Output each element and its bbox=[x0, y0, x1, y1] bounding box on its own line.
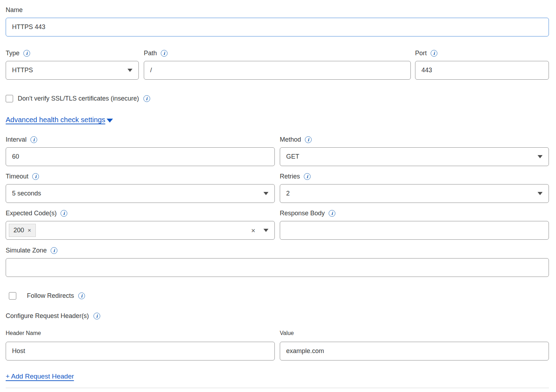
expected-code-tag-text: 200 bbox=[13, 227, 24, 234]
header-value-label-text: Value bbox=[280, 330, 294, 336]
info-icon[interactable] bbox=[23, 50, 30, 57]
interval-label: Interval bbox=[6, 136, 275, 143]
ssl-verify-checkbox-row: Don't verify SSL/TLS certificates (insec… bbox=[6, 95, 549, 102]
chevron-down-icon bbox=[263, 192, 268, 195]
name-label: Name bbox=[6, 6, 549, 14]
method-label: Method bbox=[280, 136, 549, 143]
retries-select-value: 2 bbox=[286, 190, 290, 197]
response-body-label: Response Body bbox=[280, 210, 549, 217]
info-icon[interactable] bbox=[329, 210, 335, 217]
method-select[interactable]: GET bbox=[280, 147, 549, 166]
interval-label-text: Interval bbox=[6, 136, 27, 143]
info-icon[interactable] bbox=[61, 210, 67, 217]
add-request-header-link[interactable]: + Add Request Header bbox=[6, 373, 74, 380]
info-icon[interactable] bbox=[143, 95, 150, 102]
type-label-text: Type bbox=[6, 50, 19, 57]
retries-label: Retries bbox=[280, 173, 549, 180]
timeout-select-value: 5 seconds bbox=[12, 190, 41, 197]
info-icon[interactable] bbox=[431, 50, 437, 57]
method-label-text: Method bbox=[280, 136, 301, 143]
info-icon[interactable] bbox=[93, 313, 100, 319]
chevron-down-icon bbox=[538, 192, 543, 195]
header-name-label-text: Header Name bbox=[6, 330, 41, 336]
codes-responsebody-row: Expected Code(s) 200 Response Body bbox=[6, 210, 549, 240]
path-label-text: Path bbox=[144, 50, 157, 57]
section-divider bbox=[6, 388, 549, 388]
ssl-verify-label: Don't verify SSL/TLS certificates (insec… bbox=[18, 95, 150, 102]
follow-redirects-label-text: Follow Redirects bbox=[27, 292, 74, 300]
name-label-text: Name bbox=[6, 6, 23, 14]
port-label: Port bbox=[415, 50, 549, 57]
advanced-settings-link[interactable]: Advanced health check settings bbox=[6, 116, 113, 124]
info-icon[interactable] bbox=[161, 50, 168, 57]
chevron-down-icon[interactable] bbox=[263, 229, 268, 232]
info-icon[interactable] bbox=[305, 136, 312, 143]
timeout-select[interactable]: 5 seconds bbox=[6, 184, 275, 203]
info-icon[interactable] bbox=[32, 173, 39, 180]
follow-redirects-label: Follow Redirects bbox=[27, 292, 85, 300]
request-header-row: Header Name Value bbox=[6, 330, 549, 360]
type-select[interactable]: HTTPS bbox=[6, 61, 139, 80]
response-body-input[interactable] bbox=[280, 221, 549, 240]
name-input[interactable] bbox=[6, 18, 549, 36]
header-name-input[interactable] bbox=[6, 342, 275, 360]
expected-codes-multiselect[interactable]: 200 bbox=[6, 221, 275, 240]
retries-label-text: Retries bbox=[280, 173, 300, 180]
expected-code-tag: 200 bbox=[9, 224, 36, 237]
response-body-label-text: Response Body bbox=[280, 210, 325, 217]
port-label-text: Port bbox=[415, 50, 427, 57]
type-path-port-row: Type HTTPS Path Port bbox=[6, 50, 549, 80]
request-headers-title-text: Configure Request Header(s) bbox=[6, 312, 89, 320]
timeout-label: Timeout bbox=[6, 173, 275, 180]
timeout-label-text: Timeout bbox=[6, 173, 28, 180]
interval-input[interactable] bbox=[6, 147, 275, 166]
header-value-input[interactable] bbox=[280, 342, 549, 360]
ssl-verify-checkbox[interactable] bbox=[6, 95, 13, 102]
method-select-value: GET bbox=[286, 153, 299, 160]
simulate-zone-field: Simulate Zone bbox=[6, 247, 549, 277]
path-input[interactable] bbox=[144, 61, 411, 80]
expected-codes-label: Expected Code(s) bbox=[6, 210, 275, 217]
follow-redirects-row: Follow Redirects bbox=[6, 292, 549, 300]
expected-codes-label-text: Expected Code(s) bbox=[6, 210, 57, 217]
type-label: Type bbox=[6, 50, 139, 57]
port-input[interactable] bbox=[415, 61, 549, 80]
retries-select[interactable]: 2 bbox=[280, 184, 549, 203]
follow-redirects-checkbox[interactable] bbox=[9, 292, 16, 300]
interval-method-row: Interval Method GET bbox=[6, 136, 549, 166]
request-headers-title: Configure Request Header(s) bbox=[6, 312, 549, 320]
info-icon[interactable] bbox=[304, 173, 311, 180]
simulate-zone-input[interactable] bbox=[6, 258, 549, 277]
header-value-label: Value bbox=[280, 330, 549, 336]
clear-all-icon[interactable] bbox=[251, 227, 255, 234]
chevron-down-icon bbox=[107, 119, 113, 123]
health-check-form: Name Type HTTPS Path Port bbox=[6, 6, 549, 388]
timeout-retries-row: Timeout 5 seconds Retries 2 bbox=[6, 173, 549, 203]
type-select-value: HTTPS bbox=[12, 67, 33, 74]
simulate-zone-label-text: Simulate Zone bbox=[6, 247, 47, 254]
simulate-zone-label: Simulate Zone bbox=[6, 247, 549, 254]
close-icon[interactable] bbox=[28, 227, 31, 233]
info-icon[interactable] bbox=[51, 247, 57, 254]
chevron-down-icon bbox=[127, 69, 132, 72]
path-label: Path bbox=[144, 50, 411, 57]
ssl-verify-label-text: Don't verify SSL/TLS certificates (insec… bbox=[18, 95, 139, 102]
info-icon[interactable] bbox=[78, 292, 85, 299]
header-name-label: Header Name bbox=[6, 330, 275, 336]
advanced-settings-link-text: Advanced health check settings bbox=[6, 116, 105, 124]
info-icon[interactable] bbox=[30, 136, 37, 143]
chevron-down-icon bbox=[538, 155, 543, 158]
